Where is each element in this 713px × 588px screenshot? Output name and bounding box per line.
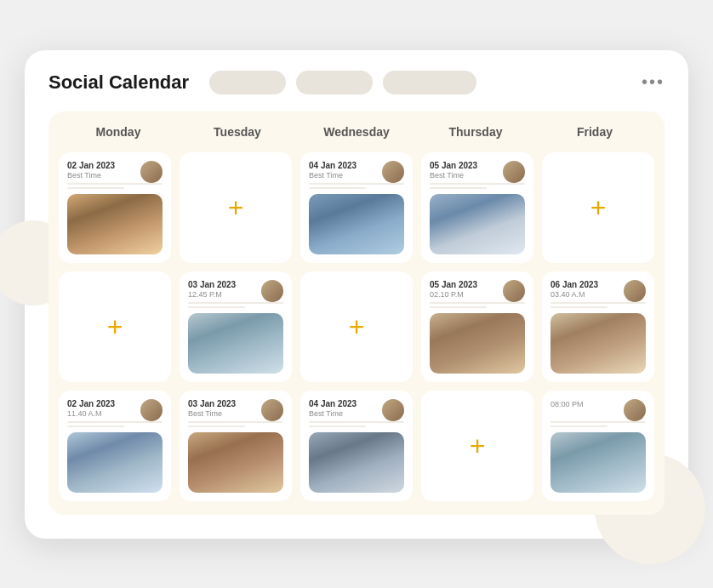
cell-header: 05 Jan 2023 Best Time: [430, 161, 525, 183]
divider-lines: [188, 302, 283, 308]
cell-r2-c4: 05 Jan 2023 02.10 P.M: [421, 271, 533, 382]
pill-2[interactable]: [296, 71, 373, 94]
cell-header: 08:00 PM: [550, 399, 646, 421]
cell-r1-c1: 02 Jan 2023 Best Time: [59, 152, 171, 263]
divider-lines: [550, 302, 646, 308]
cell-date: 04 Jan 2023: [309, 161, 382, 170]
cell-date: 05 Jan 2023: [430, 161, 503, 170]
cell-date: 02 Jan 2023: [67, 399, 140, 408]
divider-line-short: [550, 425, 607, 427]
divider-line: [550, 302, 646, 304]
cell-r2-c3: +: [300, 271, 413, 382]
avatar: [624, 399, 646, 421]
cell-header: 02 Jan 2023 11.40 A.M: [67, 399, 163, 421]
post-photo: [188, 432, 283, 493]
avatar: [140, 161, 163, 183]
cell-header: 03 Jan 2023 Best Time: [188, 399, 283, 421]
cell-r1-c5: +: [542, 152, 654, 263]
cell-date: 04 Jan 2023: [309, 399, 382, 408]
cell-time: Best Time: [430, 171, 503, 180]
cell-time: 02.10 P.M: [430, 290, 503, 299]
cell-time: Best Time: [188, 409, 261, 418]
app-window: Social Calendar ••• Monday Tuesday Wedne…: [25, 50, 688, 539]
cell-time: 03.40 A.M: [550, 290, 624, 299]
header-pills: [209, 71, 642, 94]
divider-line-short: [309, 425, 366, 427]
avatar: [503, 280, 525, 302]
header: Social Calendar •••: [48, 71, 665, 94]
divider-lines: [430, 302, 525, 308]
cell-header: 06 Jan 2023 03.40 A.M: [550, 280, 646, 302]
col-wednesday: Wednesday: [297, 125, 416, 139]
cell-meta: 05 Jan 2023 Best Time: [430, 161, 503, 180]
add-post-button[interactable]: +: [470, 432, 486, 460]
divider-line-short: [188, 306, 245, 308]
divider-line: [430, 302, 525, 304]
cell-time: 08:00 PM: [550, 400, 624, 408]
add-post-button[interactable]: +: [228, 194, 244, 221]
cell-r3-c2: 03 Jan 2023 Best Time: [180, 391, 292, 501]
post-photo: [430, 194, 525, 254]
divider-lines: [309, 421, 404, 427]
divider-line-short: [550, 306, 607, 308]
divider-lines: [309, 183, 404, 189]
avatar: [624, 280, 646, 302]
divider-lines: [67, 421, 163, 427]
avatar: [140, 399, 163, 421]
cell-date: 05 Jan 2023: [430, 280, 503, 289]
avatar: [261, 399, 283, 421]
divider-line: [67, 183, 163, 185]
cell-meta: 04 Jan 2023 Best Time: [309, 399, 382, 418]
cell-r2-c2: 03 Jan 2023 12.45 P.M: [180, 271, 292, 382]
divider-line: [309, 421, 404, 423]
cell-meta: 05 Jan 2023 02.10 P.M: [430, 280, 503, 299]
add-post-button[interactable]: +: [107, 313, 123, 340]
cell-time: 11.40 A.M: [67, 409, 140, 418]
pill-3[interactable]: [383, 71, 476, 94]
add-post-button[interactable]: +: [590, 194, 607, 221]
add-post-button[interactable]: +: [349, 313, 365, 340]
column-headers: Monday Tuesday Wednesday Thursday Friday: [48, 111, 665, 146]
cell-r1-c4: 05 Jan 2023 Best Time: [421, 152, 533, 263]
cell-meta: 06 Jan 2023 03.40 A.M: [550, 280, 624, 299]
post-photo: [188, 313, 283, 374]
cell-meta: 03 Jan 2023 Best Time: [188, 399, 261, 418]
post-photo: [430, 313, 525, 374]
cell-meta: 08:00 PM: [550, 399, 624, 408]
post-photo: [550, 313, 646, 374]
cell-date: 02 Jan 2023: [67, 161, 140, 170]
col-thursday: Thursday: [416, 125, 535, 139]
cell-header: 03 Jan 2023 12.45 P.M: [188, 280, 283, 302]
divider-line-short: [309, 187, 366, 189]
divider-lines: [67, 183, 163, 189]
more-menu-button[interactable]: •••: [642, 72, 665, 92]
col-friday: Friday: [535, 125, 654, 139]
cell-date: 06 Jan 2023: [550, 280, 624, 289]
cell-time: Best Time: [309, 171, 382, 180]
post-photo: [67, 432, 163, 493]
avatar: [261, 280, 283, 302]
divider-line: [309, 183, 404, 185]
cell-header: 05 Jan 2023 02.10 P.M: [430, 280, 525, 302]
divider-line: [430, 183, 525, 185]
cell-time: Best Time: [67, 171, 140, 180]
cell-header: 04 Jan 2023 Best Time: [309, 399, 404, 421]
cell-meta: 02 Jan 2023 11.40 A.M: [67, 399, 140, 418]
col-tuesday: Tuesday: [178, 125, 297, 139]
cell-header: 04 Jan 2023 Best Time: [309, 161, 404, 183]
cell-r1-c2: +: [180, 152, 292, 263]
cell-r3-c1: 02 Jan 2023 11.40 A.M: [59, 391, 171, 501]
cell-r2-c1: +: [59, 271, 171, 382]
post-photo: [550, 432, 646, 493]
cell-meta: 02 Jan 2023 Best Time: [67, 161, 140, 180]
calendar-grid: Monday Tuesday Wednesday Thursday Friday…: [48, 111, 665, 515]
cell-header: 02 Jan 2023 Best Time: [67, 161, 163, 183]
cell-r3-c3: 04 Jan 2023 Best Time: [300, 391, 413, 501]
post-photo: [67, 194, 163, 254]
col-monday: Monday: [59, 125, 178, 139]
divider-line: [67, 421, 163, 423]
avatar: [382, 399, 404, 421]
pill-1[interactable]: [209, 71, 286, 94]
divider-line: [188, 302, 283, 304]
cell-date: 03 Jan 2023: [188, 280, 261, 289]
